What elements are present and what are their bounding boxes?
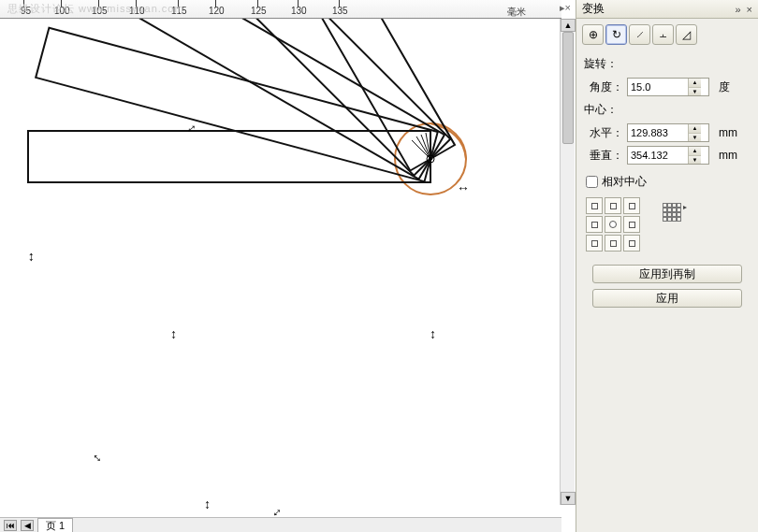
horizontal-input[interactable]: ▲▼	[627, 123, 709, 142]
svg-text:↔: ↔	[24, 251, 39, 264]
anchor-bl[interactable]	[586, 235, 603, 252]
svg-point-20	[430, 158, 432, 161]
svg-text:↕: ↕	[430, 326, 436, 341]
mode-scale-button[interactable]: ⟋	[629, 24, 650, 45]
h-down-icon[interactable]: ▼	[689, 134, 701, 142]
rotate-section-title: 旋转：	[576, 52, 758, 76]
angle-unit: 度	[713, 79, 730, 95]
horizontal-unit: mm	[713, 126, 737, 139]
svg-rect-1	[28, 131, 430, 182]
anchor-bc[interactable]	[605, 235, 621, 252]
ruler-menu-icon[interactable]: ▸×	[560, 2, 571, 14]
mode-rotate-button[interactable]: ↻	[605, 24, 627, 45]
scroll-up-icon[interactable]: ▲	[561, 19, 576, 32]
ruler-horizontal: 95 100 105 110 115 120 125 130 135 毫米	[0, 0, 561, 19]
center-section-title: 中心：	[576, 98, 758, 122]
apply-button[interactable]: 应用	[592, 289, 742, 308]
svg-text:↔: ↔	[88, 448, 108, 467]
scroll-down-icon[interactable]: ▼	[561, 492, 576, 505]
panel-header: 变换 » ×	[576, 0, 758, 19]
mode-skew-button[interactable]: ◿	[676, 24, 697, 45]
angle-up-icon[interactable]: ▲	[689, 79, 701, 88]
drawing-canvas[interactable]: ↔ ↔ ↔ ↕ ↕ ↔ ↕ ↔	[0, 19, 561, 532]
canvas-scrollbar-vertical[interactable]: ▲ ▼	[560, 19, 575, 505]
page-prev-button[interactable]: ◀	[21, 520, 34, 531]
vertical-field[interactable]	[628, 150, 688, 161]
anchor-tr[interactable]	[623, 197, 640, 214]
anchor-tl[interactable]	[586, 197, 603, 214]
panel-title: 变换	[582, 1, 605, 17]
status-bar: ⏮ ◀ 页 1	[0, 517, 561, 532]
angle-down-icon[interactable]: ▼	[689, 88, 701, 96]
vertical-input[interactable]: ▲▼	[627, 146, 709, 165]
horizontal-field[interactable]	[628, 127, 688, 138]
anchor-grid[interactable]	[586, 197, 640, 252]
anchor-mr[interactable]	[623, 216, 640, 233]
v-up-icon[interactable]: ▲	[689, 147, 701, 156]
svg-text:↕: ↕	[204, 496, 211, 511]
relative-center-checkbox[interactable]	[586, 176, 598, 188]
v-down-icon[interactable]: ▼	[689, 156, 701, 165]
transform-mode-toolbar: ⊕ ↻ ⟋ ⫠ ◿	[576, 19, 758, 52]
anchor-tc[interactable]	[605, 197, 621, 214]
anchor-center[interactable]	[605, 216, 621, 233]
svg-text:↕: ↕	[170, 326, 177, 341]
page-tab[interactable]: 页 1	[37, 518, 73, 533]
relative-center-label: 相对中心	[602, 174, 647, 190]
svg-rect-4	[129, 19, 450, 176]
angle-input[interactable]: ▲▼	[627, 78, 709, 96]
angle-field[interactable]	[628, 81, 688, 93]
mode-position-button[interactable]: ⊕	[582, 24, 604, 45]
page-first-button[interactable]: ⏮	[4, 520, 17, 531]
panel-collapse-icon[interactable]: »	[735, 4, 740, 15]
panel-close-icon[interactable]: ×	[747, 4, 752, 15]
angle-label: 角度：	[584, 79, 623, 95]
mode-size-button[interactable]: ⫠	[652, 24, 674, 45]
anchor-ml[interactable]	[586, 216, 603, 233]
horizontal-label: 水平：	[584, 125, 623, 141]
scroll-thumb[interactable]	[562, 32, 574, 144]
svg-rect-2	[36, 28, 438, 181]
svg-rect-3	[70, 19, 445, 180]
anchor-preset-button[interactable]: ▸	[663, 197, 687, 222]
apply-duplicate-button[interactable]: 应用到再制	[592, 265, 742, 283]
anchor-br[interactable]	[623, 235, 640, 252]
vertical-label: 垂直：	[584, 148, 623, 164]
h-up-icon[interactable]: ▲	[689, 124, 701, 134]
svg-text:↔: ↔	[457, 180, 470, 195]
transform-docker: 变换 » × ⊕ ↻ ⟋ ⫠ ◿ 旋转： 角度： ▲▼ 度 中心： 水平： ▲▼…	[576, 0, 758, 532]
vertical-unit: mm	[713, 149, 737, 162]
